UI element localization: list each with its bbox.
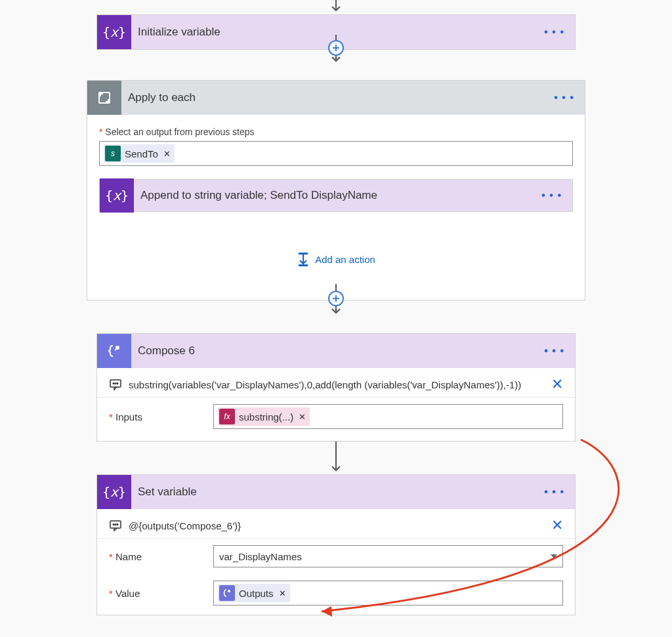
value-field[interactable]: Outputs ✕	[213, 581, 563, 606]
step-compose-6[interactable]: Compose 6 • • • substring(variables('var…	[96, 333, 576, 442]
remove-token-icon[interactable]: ✕	[279, 588, 286, 598]
svg-point-14	[113, 383, 114, 384]
name-label: * Name	[109, 551, 204, 562]
svg-point-21	[117, 524, 118, 525]
compose-output-icon	[219, 585, 235, 601]
add-step-button[interactable]	[328, 291, 344, 306]
svg-rect-7	[299, 264, 308, 266]
svg-point-16	[117, 383, 118, 384]
fx-icon: fx	[219, 409, 235, 424]
more-menu[interactable]: • • •	[543, 92, 585, 104]
variable-icon: {x}	[100, 178, 134, 213]
peek-code-bar: substring(variables('var_DisplayNames'),…	[97, 368, 575, 398]
svg-point-22	[228, 590, 230, 592]
step-title: Set variable	[131, 485, 534, 499]
more-menu[interactable]: • • •	[531, 190, 572, 201]
inputs-field[interactable]: fx substring(...) ✕	[213, 404, 563, 429]
step-append-string[interactable]: {x} Append to string variable; SendTo Di…	[99, 179, 573, 212]
step-title: Compose 6	[131, 344, 534, 358]
select-output-label: * Select an output from previous steps	[99, 127, 573, 137]
select-output-input[interactable]: s SendTo ✕	[99, 141, 573, 166]
close-peek-icon[interactable]: ✕	[551, 517, 563, 534]
compose-icon	[97, 334, 131, 368]
add-action-button[interactable]: Add an action	[99, 251, 573, 267]
comment-icon	[109, 378, 122, 391]
svg-point-11	[116, 346, 119, 349]
value-label: * Value	[109, 588, 204, 599]
peek-code-bar: @{outputs('Compose_6')} ✕	[97, 509, 575, 539]
svg-line-12	[115, 349, 116, 350]
svg-point-20	[115, 524, 116, 525]
svg-point-19	[113, 524, 114, 525]
svg-point-15	[115, 383, 116, 384]
step-title: Apply to each	[121, 91, 543, 104]
step-title: Append to string variable; SendTo Displa…	[134, 189, 531, 202]
more-menu[interactable]: • • •	[534, 26, 575, 38]
step-set-variable[interactable]: {x} Set variable • • • @{outputs('Compos…	[96, 474, 576, 615]
comment-icon	[109, 519, 122, 532]
variable-icon: {x}	[97, 475, 131, 509]
remove-token-icon[interactable]: ✕	[163, 149, 171, 159]
remove-token-icon[interactable]: ✕	[299, 412, 306, 422]
token-sendto[interactable]: s SendTo ✕	[104, 144, 175, 163]
close-peek-icon[interactable]: ✕	[551, 376, 563, 393]
more-menu[interactable]: • • •	[534, 345, 575, 357]
add-step-button[interactable]	[328, 40, 344, 56]
loop-icon	[87, 81, 121, 115]
name-select[interactable]: var_DisplayNames	[213, 545, 563, 567]
svg-rect-5	[299, 253, 308, 255]
token-outputs[interactable]: Outputs ✕	[218, 584, 290, 602]
sharepoint-icon: s	[105, 146, 121, 161]
inputs-label: * Inputs	[109, 411, 204, 422]
token-substring[interactable]: fx substring(...) ✕	[218, 407, 310, 426]
step-apply-to-each[interactable]: Apply to each • • • * Select an output f…	[87, 80, 585, 300]
variable-icon: {x}	[97, 15, 131, 49]
more-menu[interactable]: • • •	[534, 486, 575, 498]
